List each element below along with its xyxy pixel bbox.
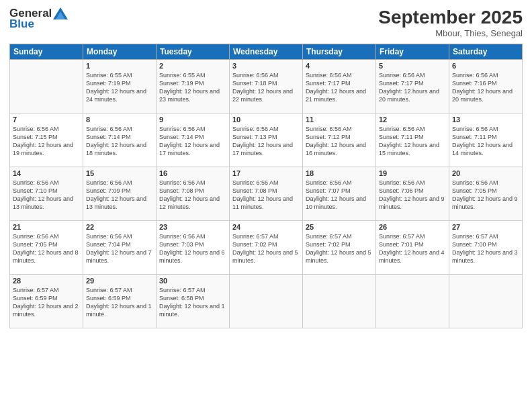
- cell-info: Sunrise: 6:56 AMSunset: 7:09 PMDaylight:…: [86, 179, 153, 212]
- day-number: 11: [306, 116, 373, 124]
- day-number: 30: [159, 277, 226, 285]
- col-thursday: Thursday: [303, 44, 376, 60]
- location-subtitle: Mbour, Thies, Senegal: [378, 28, 523, 38]
- day-number: 16: [159, 169, 226, 177]
- cell-w1-d2: 2 Sunrise: 6:55 AMSunset: 7:19 PMDayligh…: [157, 60, 230, 113]
- logo-blue: Blue: [9, 17, 34, 31]
- cell-w1-d0: [10, 60, 83, 113]
- day-number: 8: [86, 116, 153, 124]
- day-number: 14: [13, 169, 80, 177]
- cell-info: Sunrise: 6:57 AMSunset: 7:02 PMDaylight:…: [232, 232, 300, 265]
- day-number: 25: [306, 223, 373, 231]
- day-number: 17: [232, 169, 300, 177]
- cell-info: Sunrise: 6:56 AMSunset: 7:13 PMDaylight:…: [232, 125, 300, 158]
- cell-w5-d2: 30 Sunrise: 6:57 AMSunset: 6:58 PMDaylig…: [157, 275, 230, 328]
- cell-info: Sunrise: 6:55 AMSunset: 7:19 PMDaylight:…: [159, 71, 226, 104]
- day-number: 1: [86, 62, 153, 70]
- cell-w4-d3: 24 Sunrise: 6:57 AMSunset: 7:02 PMDaylig…: [230, 221, 303, 275]
- col-wednesday: Wednesday: [230, 44, 303, 60]
- cell-w3-d1: 15 Sunrise: 6:56 AMSunset: 7:09 PMDaylig…: [83, 167, 157, 221]
- cell-w5-d4: [303, 275, 376, 328]
- cell-info: Sunrise: 6:57 AMSunset: 7:00 PMDaylight:…: [452, 232, 519, 265]
- logo: General Blue: [9, 7, 68, 31]
- cell-info: Sunrise: 6:56 AMSunset: 7:08 PMDaylight:…: [159, 179, 226, 212]
- cell-w2-d3: 10 Sunrise: 6:56 AMSunset: 7:13 PMDaylig…: [230, 113, 303, 167]
- week-row-5: 28 Sunrise: 6:57 AMSunset: 6:59 PMDaylig…: [10, 275, 523, 328]
- cell-w2-d2: 9 Sunrise: 6:56 AMSunset: 7:14 PMDayligh…: [157, 113, 230, 167]
- cell-w1-d1: 1 Sunrise: 6:55 AMSunset: 7:19 PMDayligh…: [83, 60, 157, 113]
- cell-info: Sunrise: 6:57 AMSunset: 7:01 PMDaylight:…: [379, 232, 446, 265]
- day-number: 26: [379, 223, 446, 231]
- logo-icon: [53, 7, 68, 19]
- cell-w4-d5: 26 Sunrise: 6:57 AMSunset: 7:01 PMDaylig…: [376, 221, 449, 275]
- day-number: 15: [86, 169, 153, 177]
- cell-w2-d1: 8 Sunrise: 6:56 AMSunset: 7:14 PMDayligh…: [83, 113, 157, 167]
- cell-w5-d5: [376, 275, 449, 328]
- day-number: 19: [379, 169, 446, 177]
- cell-info: Sunrise: 6:55 AMSunset: 7:19 PMDaylight:…: [86, 71, 153, 104]
- cell-w5-d6: [449, 275, 523, 328]
- cell-w1-d4: 4 Sunrise: 6:56 AMSunset: 7:17 PMDayligh…: [303, 60, 376, 113]
- day-number: 29: [86, 277, 153, 285]
- day-number: 3: [232, 62, 300, 70]
- cell-info: Sunrise: 6:56 AMSunset: 7:18 PMDaylight:…: [232, 71, 300, 104]
- day-number: 21: [13, 223, 80, 231]
- cell-info: Sunrise: 6:56 AMSunset: 7:15 PMDaylight:…: [13, 125, 80, 158]
- day-number: 18: [306, 169, 373, 177]
- title-block: September 2025 Mbour, Thies, Senegal: [378, 7, 523, 38]
- day-number: 5: [379, 62, 446, 70]
- col-saturday: Saturday: [449, 44, 523, 60]
- header-row: Sunday Monday Tuesday Wednesday Thursday…: [10, 44, 523, 60]
- cell-info: Sunrise: 6:56 AMSunset: 7:16 PMDaylight:…: [452, 71, 519, 104]
- day-number: 24: [232, 223, 300, 231]
- cell-info: Sunrise: 6:56 AMSunset: 7:10 PMDaylight:…: [13, 179, 80, 212]
- day-number: 27: [452, 223, 519, 231]
- month-title: September 2025: [378, 7, 523, 28]
- cell-w5-d3: [230, 275, 303, 328]
- cell-w1-d6: 6 Sunrise: 6:56 AMSunset: 7:16 PMDayligh…: [449, 60, 523, 113]
- cell-info: Sunrise: 6:57 AMSunset: 6:59 PMDaylight:…: [86, 286, 153, 319]
- day-number: 2: [159, 62, 226, 70]
- cell-w3-d6: 20 Sunrise: 6:56 AMSunset: 7:05 PMDaylig…: [449, 167, 523, 221]
- day-number: 6: [452, 62, 519, 70]
- cell-info: Sunrise: 6:56 AMSunset: 7:06 PMDaylight:…: [379, 179, 446, 212]
- cell-w2-d6: 13 Sunrise: 6:56 AMSunset: 7:11 PMDaylig…: [449, 113, 523, 167]
- cell-w3-d4: 18 Sunrise: 6:56 AMSunset: 7:07 PMDaylig…: [303, 167, 376, 221]
- cell-w4-d6: 27 Sunrise: 6:57 AMSunset: 7:00 PMDaylig…: [449, 221, 523, 275]
- cell-w3-d3: 17 Sunrise: 6:56 AMSunset: 7:08 PMDaylig…: [230, 167, 303, 221]
- day-number: 4: [306, 62, 373, 70]
- week-row-1: 1 Sunrise: 6:55 AMSunset: 7:19 PMDayligh…: [10, 60, 523, 113]
- day-number: 9: [159, 116, 226, 124]
- cell-info: Sunrise: 6:56 AMSunset: 7:17 PMDaylight:…: [306, 71, 373, 104]
- cell-info: Sunrise: 6:56 AMSunset: 7:05 PMDaylight:…: [13, 232, 80, 265]
- cell-info: Sunrise: 6:57 AMSunset: 6:58 PMDaylight:…: [159, 286, 226, 319]
- day-number: 13: [452, 116, 519, 124]
- cell-w2-d4: 11 Sunrise: 6:56 AMSunset: 7:12 PMDaylig…: [303, 113, 376, 167]
- cell-w4-d1: 22 Sunrise: 6:56 AMSunset: 7:04 PMDaylig…: [83, 221, 157, 275]
- cell-info: Sunrise: 6:56 AMSunset: 7:08 PMDaylight:…: [232, 179, 300, 212]
- day-number: 10: [232, 116, 300, 124]
- cell-info: Sunrise: 6:56 AMSunset: 7:05 PMDaylight:…: [452, 179, 519, 212]
- day-number: 23: [159, 223, 226, 231]
- cell-w3-d0: 14 Sunrise: 6:56 AMSunset: 7:10 PMDaylig…: [10, 167, 83, 221]
- cell-w3-d5: 19 Sunrise: 6:56 AMSunset: 7:06 PMDaylig…: [376, 167, 449, 221]
- week-row-2: 7 Sunrise: 6:56 AMSunset: 7:15 PMDayligh…: [10, 113, 523, 167]
- day-number: 22: [86, 223, 153, 231]
- cell-info: Sunrise: 6:56 AMSunset: 7:11 PMDaylight:…: [379, 125, 446, 158]
- header: General Blue September 2025 Mbour, Thies…: [9, 7, 523, 38]
- cell-w1-d3: 3 Sunrise: 6:56 AMSunset: 7:18 PMDayligh…: [230, 60, 303, 113]
- week-row-3: 14 Sunrise: 6:56 AMSunset: 7:10 PMDaylig…: [10, 167, 523, 221]
- cell-info: Sunrise: 6:56 AMSunset: 7:14 PMDaylight:…: [86, 125, 153, 158]
- day-number: 20: [452, 169, 519, 177]
- cell-info: Sunrise: 6:56 AMSunset: 7:07 PMDaylight:…: [306, 179, 373, 212]
- calendar-table: Sunday Monday Tuesday Wednesday Thursday…: [9, 44, 523, 328]
- cell-w5-d0: 28 Sunrise: 6:57 AMSunset: 6:59 PMDaylig…: [10, 275, 83, 328]
- col-friday: Friday: [376, 44, 449, 60]
- page: General Blue September 2025 Mbour, Thies…: [0, 0, 532, 411]
- cell-w1-d5: 5 Sunrise: 6:56 AMSunset: 7:17 PMDayligh…: [376, 60, 449, 113]
- cell-w4-d4: 25 Sunrise: 6:57 AMSunset: 7:02 PMDaylig…: [303, 221, 376, 275]
- cell-w2-d0: 7 Sunrise: 6:56 AMSunset: 7:15 PMDayligh…: [10, 113, 83, 167]
- cell-info: Sunrise: 6:56 AMSunset: 7:14 PMDaylight:…: [159, 125, 226, 158]
- col-sunday: Sunday: [10, 44, 83, 60]
- cell-w2-d5: 12 Sunrise: 6:56 AMSunset: 7:11 PMDaylig…: [376, 113, 449, 167]
